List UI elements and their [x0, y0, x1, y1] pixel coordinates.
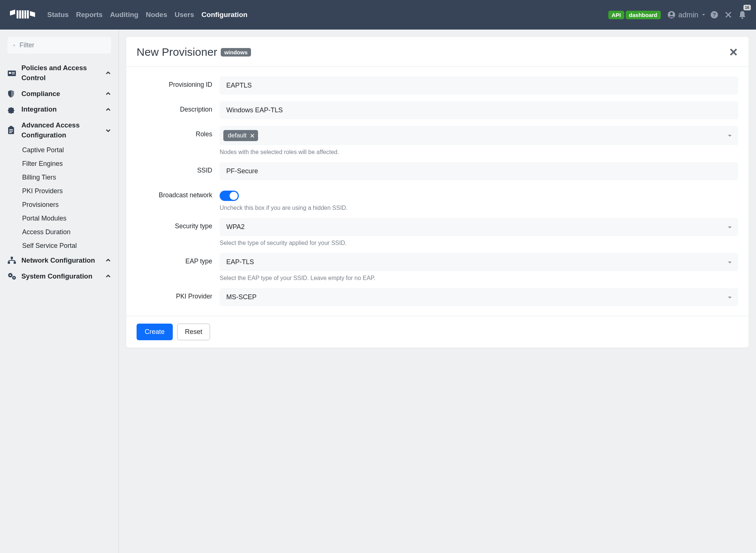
- svg-rect-23: [11, 257, 13, 259]
- svg-rect-1: [17, 10, 18, 18]
- sidebar-label: Compliance: [21, 89, 105, 99]
- nav-reports[interactable]: Reports: [76, 11, 103, 19]
- dashboard-badge[interactable]: dashboard: [626, 11, 661, 19]
- select-value: EAP-TLS: [226, 258, 254, 266]
- id-card-icon: [7, 69, 21, 77]
- card-header: New Provisioner windows: [126, 37, 749, 67]
- dropdown-caret-icon: [727, 133, 732, 138]
- sidebar-section-system-config[interactable]: System Configuration: [7, 269, 111, 284]
- page-title: New Provisioner: [137, 46, 217, 58]
- create-button[interactable]: Create: [137, 324, 173, 340]
- row-security-type: Security type WPA2 Select the type of se…: [137, 218, 738, 246]
- user-menu[interactable]: admin: [667, 11, 706, 19]
- network-icon: [7, 257, 21, 264]
- svg-rect-18: [8, 127, 14, 134]
- svg-rect-22: [9, 132, 12, 133]
- card-footer: Create Reset: [126, 316, 749, 348]
- sidebar-item-access-duration[interactable]: Access Duration: [22, 225, 111, 239]
- sidebar-label: Network Configuration: [21, 256, 105, 266]
- provisioner-card: New Provisioner windows Provisioning ID …: [126, 37, 749, 348]
- bell-icon: [738, 10, 746, 19]
- broadcast-toggle[interactable]: [220, 191, 239, 201]
- sidebar-section-integration[interactable]: Integration: [7, 102, 111, 117]
- input-provisioning-id[interactable]: [220, 76, 738, 95]
- close-icon: [729, 47, 738, 57]
- search-icon: [13, 42, 15, 49]
- svg-rect-24: [8, 262, 10, 264]
- help-icon: ?: [710, 10, 719, 19]
- dropdown-caret-icon: [727, 225, 732, 230]
- row-pki-provider: PKI Provider MS-SCEP: [137, 288, 738, 306]
- nav-nodes[interactable]: Nodes: [146, 11, 167, 19]
- select-value: MS-SCEP: [226, 293, 257, 301]
- api-badge[interactable]: API: [608, 11, 624, 19]
- sidebar-item-filter-engines[interactable]: Filter Engines: [22, 157, 111, 171]
- sidebar-label: System Configuration: [21, 272, 105, 281]
- shield-icon: [7, 90, 21, 98]
- dropdown-caret-icon: [727, 295, 732, 300]
- tools-icon: [724, 10, 733, 19]
- username-label: admin: [678, 11, 698, 19]
- row-provisioning-id: Provisioning ID: [137, 76, 738, 95]
- user-icon: [667, 11, 676, 19]
- select-eap-type[interactable]: EAP-TLS: [220, 253, 738, 271]
- sidebar-item-pki-providers[interactable]: PKI Providers: [22, 184, 111, 198]
- main-content: New Provisioner windows Provisioning ID …: [119, 30, 756, 553]
- sidebar-section-compliance[interactable]: Compliance: [7, 86, 111, 102]
- security-type-help: Select the type of security applied for …: [220, 240, 738, 246]
- role-tag-remove[interactable]: [250, 134, 254, 138]
- sidebar-item-billing-tiers[interactable]: Billing Tiers: [22, 171, 111, 184]
- tools-button[interactable]: [723, 9, 734, 20]
- x-icon: [250, 134, 254, 138]
- sidebar-subitems-advanced: Captive Portal Filter Engines Billing Ti…: [7, 143, 111, 253]
- label-provisioning-id: Provisioning ID: [137, 76, 220, 89]
- sidebar-label: Advanced Access Configuration: [21, 120, 105, 140]
- select-value: WPA2: [226, 223, 245, 231]
- svg-line-13: [14, 45, 15, 46]
- help-button[interactable]: ?: [709, 9, 720, 20]
- svg-rect-4: [24, 10, 26, 18]
- sidebar-filter[interactable]: [7, 37, 111, 54]
- input-ssid[interactable]: [220, 162, 738, 180]
- app-logo: [8, 6, 38, 24]
- eap-type-help: Select the EAP type of your SSID. Leave …: [220, 275, 738, 281]
- nav-users[interactable]: Users: [175, 11, 194, 19]
- label-pki-provider: PKI Provider: [137, 288, 220, 300]
- broadcast-help: Uncheck this box if you are using a hidd…: [220, 205, 738, 211]
- sidebar-item-provisioners[interactable]: Provisioners: [22, 198, 111, 212]
- svg-rect-17: [12, 74, 15, 74]
- sidebar-section-advanced-access[interactable]: Advanced Access Configuration: [7, 117, 111, 143]
- notifications-button[interactable]: 16: [737, 9, 748, 20]
- select-pki-provider[interactable]: MS-SCEP: [220, 288, 738, 306]
- label-security-type: Security type: [137, 218, 220, 230]
- select-security-type[interactable]: WPA2: [220, 218, 738, 236]
- close-button[interactable]: [729, 47, 738, 57]
- bell-count-badge: 16: [743, 5, 751, 10]
- nav-auditing[interactable]: Auditing: [110, 11, 138, 19]
- roles-multiselect[interactable]: default: [220, 126, 738, 145]
- logo-icon: [8, 7, 38, 23]
- label-description: Description: [137, 101, 220, 113]
- nav-status[interactable]: Status: [47, 11, 69, 19]
- row-broadcast: Broadcast network Uncheck this box if yo…: [137, 187, 738, 211]
- label-ssid: SSID: [137, 162, 220, 174]
- input-description[interactable]: [220, 101, 738, 119]
- chevron-up-icon: [105, 107, 111, 113]
- svg-point-33: [13, 277, 14, 278]
- dropdown-caret-icon: [727, 260, 732, 265]
- sidebar-item-captive-portal[interactable]: Captive Portal: [22, 143, 111, 157]
- sidebar-section-network-config[interactable]: Network Configuration: [7, 253, 111, 269]
- row-eap-type: EAP type EAP-TLS Select the EAP type of …: [137, 253, 738, 281]
- svg-point-11: [742, 17, 743, 19]
- svg-rect-19: [10, 126, 13, 128]
- sidebar-section-policies[interactable]: Policies and Access Control: [7, 60, 111, 86]
- sidebar-item-portal-modules[interactable]: Portal Modules: [22, 212, 111, 225]
- card-body: Provisioning ID Description Roles: [126, 67, 749, 316]
- chevron-down-icon: [105, 127, 111, 133]
- sidebar-item-self-service[interactable]: Self Service Portal: [22, 239, 111, 253]
- nav-configuration[interactable]: Configuration: [202, 11, 248, 19]
- svg-rect-16: [12, 72, 15, 73]
- sidebar-label: Policies and Access Control: [21, 63, 105, 83]
- sidebar-filter-input[interactable]: [20, 41, 105, 49]
- reset-button[interactable]: Reset: [177, 324, 210, 340]
